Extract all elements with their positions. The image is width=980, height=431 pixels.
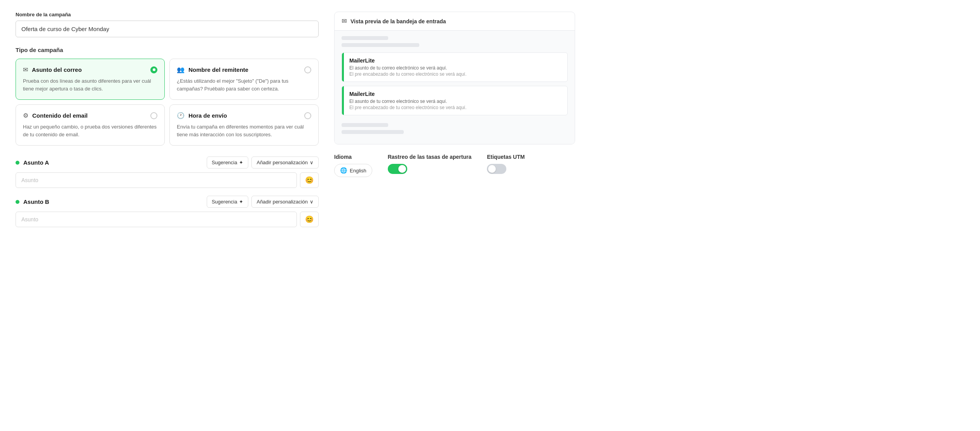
etiquetas-setting: Etiquetas UTM [487, 154, 525, 174]
language-value: English [350, 168, 366, 174]
rastreo-label: Rastreo de las tasas de apertura [388, 154, 472, 160]
hora-description: Envía tu campaña en diferentes momentos … [177, 123, 311, 138]
subject-b-input[interactable] [16, 212, 297, 227]
campaign-type-label: Tipo de campaña [16, 47, 319, 53]
campaign-types-grid: ✉ Asunto del correo Prueba con dos línea… [16, 59, 319, 146]
subject-b-header: Asunto B Sugerencia ✦ Añadir personaliza… [16, 196, 319, 208]
preview-email-subject-1: El asunto de tu correo electrónico se ve… [349, 65, 562, 71]
etiquetas-knob [488, 165, 496, 173]
inbox-preview-box: ✉ Vista previa de la bandeja de entrada … [334, 12, 575, 144]
contenido-title: Contenido del email [32, 112, 146, 119]
preview-email-preheader-2: El pre encabezado de tu correo electróni… [349, 105, 562, 110]
clock-card-icon: 🕐 [177, 112, 185, 119]
subject-b-suggestion-btn[interactable]: Sugerencia ✦ [207, 196, 249, 208]
rastreo-setting: Rastreo de las tasas de apertura [388, 154, 472, 174]
etiquetas-toggle[interactable] [487, 164, 506, 174]
preview-placeholder-bottom-2 [342, 130, 404, 134]
preview-email-sender-1: MailerLite [349, 57, 562, 64]
envelope-card-icon: ✉ [23, 66, 28, 73]
suggestion-b-text: Sugerencia [212, 199, 237, 205]
rastreo-knob [398, 165, 406, 173]
subject-a-section: Asunto A Sugerencia ✦ Añadir personaliza… [16, 156, 319, 188]
subject-b-emoji-btn[interactable]: 😊 [300, 212, 319, 227]
subject-b-actions: Sugerencia ✦ Añadir personalización ∨ [207, 196, 319, 208]
grid-card-icon: ⚙ [23, 112, 28, 119]
suggestion-b-icon: ✦ [239, 199, 243, 205]
subject-a-input[interactable] [16, 172, 297, 188]
preview-footer-lines [342, 119, 568, 139]
campaign-type-remitente[interactable]: 👥 Nombre del remitente ¿Estás utilizando… [169, 59, 319, 100]
preview-placeholder-bottom-1 [342, 123, 388, 127]
subject-a-input-row: 😊 [16, 172, 319, 188]
subject-b-dot [16, 200, 19, 204]
hora-radio[interactable] [304, 112, 311, 119]
suggestion-a-icon: ✦ [239, 160, 243, 165]
preview-body: MailerLite El asunto de tu correo electr… [335, 31, 575, 144]
subject-b-section: Asunto B Sugerencia ✦ Añadir personaliza… [16, 196, 319, 227]
contenido-description: Haz un pequeño cambio, o prueba dos vers… [23, 123, 157, 138]
chevron-down-b-icon: ∨ [310, 199, 314, 205]
subject-a-header: Asunto A Sugerencia ✦ Añadir personaliza… [16, 156, 319, 169]
contenido-radio[interactable] [150, 112, 157, 119]
asunto-title: Asunto del correo [32, 66, 146, 73]
campaign-type-contenido[interactable]: ⚙ Contenido del email Haz un pequeño cam… [16, 104, 165, 146]
preview-header-title: Vista previa de la bandeja de entrada [350, 18, 446, 24]
idioma-setting: Idioma 🌐 English [334, 154, 372, 177]
hora-title: Hora de envío [188, 112, 300, 119]
preview-email-card-1: MailerLite El asunto de tu correo electr… [342, 52, 568, 82]
campaign-type-asunto[interactable]: ✉ Asunto del correo Prueba con dos línea… [16, 59, 165, 100]
preview-email-content-1: MailerLite El asunto de tu correo electr… [344, 53, 567, 82]
subject-a-label: Asunto A [23, 159, 203, 166]
subject-a-suggestion-btn[interactable]: Sugerencia ✦ [207, 156, 249, 169]
idioma-label: Idioma [334, 154, 372, 160]
remitente-description: ¿Estás utilizando el mejor "Sujeto" ("De… [177, 77, 311, 92]
language-btn[interactable]: 🌐 English [334, 164, 372, 177]
remitente-title: Nombre del remitente [188, 66, 300, 73]
preview-email-sender-2: MailerLite [349, 91, 562, 97]
subject-a-actions: Sugerencia ✦ Añadir personalización ∨ [207, 156, 319, 169]
subject-a-dot [16, 161, 19, 165]
personalization-a-text: Añadir personalización [256, 160, 308, 165]
subject-b-personalization-btn[interactable]: Añadir personalización ∨ [251, 196, 319, 208]
suggestion-a-text: Sugerencia [212, 160, 237, 165]
preview-email-preheader-1: El pre encabezado de tu correo electróni… [349, 71, 562, 77]
asunto-radio[interactable] [150, 66, 157, 73]
right-panel: ✉ Vista previa de la bandeja de entrada … [334, 12, 575, 419]
personalization-b-text: Añadir personalización [256, 199, 308, 205]
preview-email-subject-2: El asunto de tu correo electrónico se ve… [349, 99, 562, 104]
left-panel: Nombre de la campaña Tipo de campaña ✉ A… [16, 12, 319, 419]
settings-row: Idioma 🌐 English Rastreo de las tasas de… [334, 154, 575, 177]
asunto-description: Prueba con dos líneas de asunto diferent… [23, 77, 157, 92]
preview-email-content-2: MailerLite El asunto de tu correo electr… [344, 86, 567, 115]
subject-a-emoji-btn[interactable]: 😊 [300, 172, 319, 188]
globe-icon: 🌐 [340, 167, 347, 174]
preview-header: ✉ Vista previa de la bandeja de entrada [335, 12, 575, 31]
campaign-name-input[interactable] [16, 21, 319, 37]
users-card-icon: 👥 [177, 66, 185, 73]
preview-placeholder-top-1 [342, 36, 388, 40]
campaign-type-hora[interactable]: 🕐 Hora de envío Envía tu campaña en dife… [169, 104, 319, 146]
subject-b-label: Asunto B [23, 198, 203, 205]
campaign-name-label: Nombre de la campaña [16, 12, 319, 17]
preview-envelope-icon: ✉ [342, 17, 347, 25]
etiquetas-label: Etiquetas UTM [487, 154, 525, 160]
rastreo-toggle[interactable] [388, 164, 407, 174]
subject-a-personalization-btn[interactable]: Añadir personalización ∨ [251, 156, 319, 169]
preview-placeholder-top-2 [342, 43, 419, 47]
chevron-down-a-icon: ∨ [310, 160, 314, 165]
preview-email-card-2: MailerLite El asunto de tu correo electr… [342, 86, 568, 115]
remitente-radio[interactable] [304, 66, 311, 73]
subject-b-input-row: 😊 [16, 212, 319, 227]
